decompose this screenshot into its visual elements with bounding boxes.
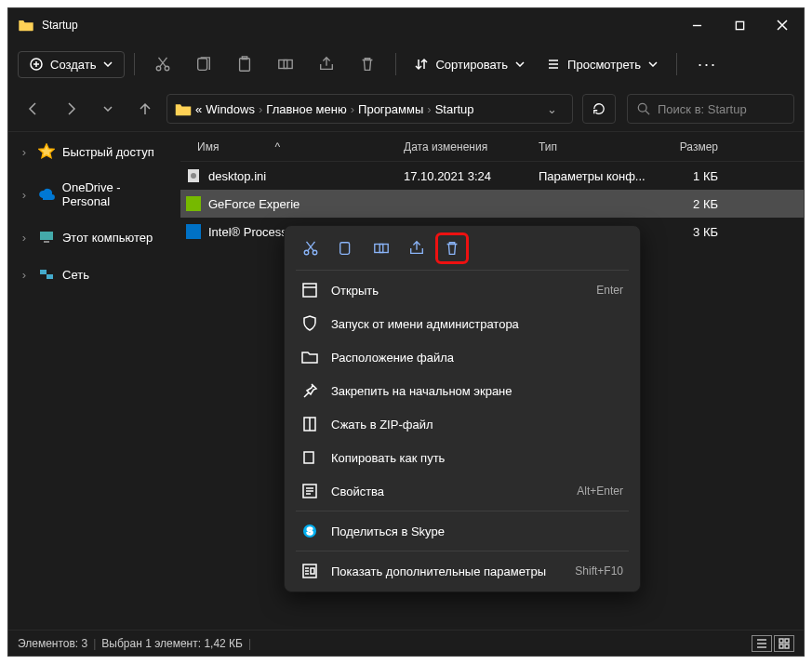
- paste-button[interactable]: [226, 47, 263, 81]
- separator: [296, 511, 629, 511]
- maximize-button[interactable]: [718, 8, 761, 42]
- context-menu: Открыть Enter Запуск от имени администра…: [284, 225, 641, 592]
- breadcrumb-part[interactable]: Главное меню: [266, 102, 346, 116]
- file-icon: [186, 224, 201, 239]
- svg-point-9: [638, 103, 646, 112]
- sidebar-label: OneDrive - Personal: [62, 180, 171, 208]
- view-label: Просмотреть: [567, 58, 641, 72]
- statusbar: Элементов: 3 | Выбран 1 элемент: 1,42 КБ…: [8, 630, 804, 656]
- column-size[interactable]: Размер: [659, 140, 729, 153]
- svg-point-15: [191, 173, 196, 179]
- chevron-down-icon: [103, 61, 113, 67]
- file-icon: [186, 196, 201, 211]
- breadcrumb-part[interactable]: Windows: [206, 102, 255, 116]
- file-row[interactable]: GeForce Experie2 КБ: [180, 190, 804, 218]
- breadcrumb[interactable]: « Windows› Главное меню› Программы› Star…: [166, 94, 573, 124]
- cut-button[interactable]: [294, 232, 327, 264]
- sort-button[interactable]: Сортировать: [406, 47, 534, 81]
- column-date[interactable]: Дата изменения: [404, 140, 539, 153]
- sidebar-item-network[interactable]: › Сеть: [8, 260, 180, 288]
- pin-icon: [301, 382, 318, 399]
- create-button[interactable]: Создать: [18, 51, 125, 78]
- cloud-icon: [38, 186, 55, 203]
- sidebar-item-quick[interactable]: › Быстрый доступ: [8, 138, 180, 166]
- column-name[interactable]: Имя^: [180, 140, 404, 153]
- menu-zip[interactable]: Сжать в ZIP-файл: [288, 407, 636, 441]
- up-button[interactable]: [129, 94, 161, 124]
- menu-properties[interactable]: Свойства Alt+Enter: [288, 474, 636, 508]
- menu-skype[interactable]: S Поделиться в Skype: [288, 514, 636, 548]
- share-button[interactable]: [400, 232, 433, 264]
- more-button[interactable]: ···: [686, 55, 728, 74]
- menu-more[interactable]: Показать дополнительные параметры Shift+…: [288, 554, 636, 588]
- details-view-button[interactable]: [752, 635, 772, 652]
- breadcrumb-part[interactable]: Программы: [358, 102, 423, 116]
- cut-button[interactable]: [144, 47, 181, 81]
- sidebar-label: Сеть: [62, 268, 89, 282]
- skype-icon: S: [301, 523, 318, 539]
- sidebar-item-thispc[interactable]: › Этот компьютер: [8, 223, 180, 251]
- file-size: 2 КБ: [659, 197, 729, 211]
- svg-rect-16: [186, 196, 201, 211]
- svg-rect-20: [779, 644, 783, 648]
- svg-rect-11: [44, 241, 49, 243]
- status-selected: Выбран 1 элемент: 1,42 КБ: [101, 637, 243, 650]
- titlebar[interactable]: Startup: [8, 8, 804, 42]
- file-name: desktop.ini: [208, 169, 266, 183]
- file-size: 1 КБ: [659, 169, 729, 183]
- file-size: 3 КБ: [659, 225, 729, 239]
- file-row[interactable]: desktop.ini17.10.2021 3:24Параметры конф…: [180, 162, 804, 190]
- sidebar-item-onedrive[interactable]: › OneDrive - Personal: [8, 175, 180, 214]
- sort-icon: [415, 58, 428, 71]
- sidebar-label: Быстрый доступ: [62, 145, 154, 159]
- rename-button[interactable]: [267, 47, 304, 81]
- view-toggles: [752, 635, 794, 652]
- large-view-button[interactable]: [774, 635, 794, 652]
- file-name: GeForce Experie: [208, 197, 300, 211]
- copy-button[interactable]: [185, 47, 222, 81]
- delete-button[interactable]: [435, 232, 469, 264]
- svg-rect-5: [240, 59, 250, 71]
- chevron-down-icon[interactable]: [92, 94, 124, 124]
- minimize-button[interactable]: [675, 8, 718, 42]
- breadcrumb-part[interactable]: Startup: [435, 102, 474, 116]
- file-name: Intel® Processo: [208, 225, 294, 239]
- menu-pin[interactable]: Закрепить на начальном экране: [288, 374, 636, 407]
- share-button[interactable]: [308, 47, 345, 81]
- forward-button[interactable]: [55, 94, 87, 124]
- svg-rect-25: [375, 245, 383, 253]
- svg-rect-27: [303, 284, 316, 297]
- window-controls: [675, 8, 804, 42]
- svg-rect-0: [736, 21, 743, 29]
- separator: [296, 551, 629, 551]
- svg-text:S: S: [307, 526, 313, 537]
- menu-copypath[interactable]: Копировать как путь: [288, 441, 636, 474]
- column-type[interactable]: Тип: [539, 140, 659, 153]
- file-date: 17.10.2021 3:24: [404, 169, 539, 183]
- file-icon: [186, 168, 201, 183]
- chevron-right-icon: ›: [18, 145, 31, 159]
- chevron-down-icon[interactable]: ⌄: [539, 102, 565, 116]
- svg-point-3: [166, 66, 170, 71]
- view-button[interactable]: Просмотреть: [538, 47, 667, 81]
- sort-arrow-icon: ^: [274, 140, 280, 153]
- menu-admin[interactable]: Запуск от имени администратора: [288, 307, 636, 340]
- menu-open[interactable]: Открыть Enter: [288, 273, 636, 307]
- menu-location[interactable]: Расположение файла: [288, 340, 636, 374]
- svg-point-23: [313, 250, 317, 255]
- divider: [134, 53, 135, 75]
- refresh-button[interactable]: [582, 94, 616, 124]
- breadcrumb-prefix: «: [195, 102, 202, 116]
- search-input[interactable]: Поиск в: Startup: [627, 94, 794, 124]
- folder-icon: [301, 349, 318, 365]
- back-button[interactable]: [18, 94, 49, 124]
- divider: [676, 53, 677, 75]
- copy-button[interactable]: [329, 232, 363, 264]
- svg-rect-12: [40, 270, 47, 274]
- delete-button[interactable]: [349, 47, 386, 81]
- folder-icon: [18, 19, 34, 32]
- search-placeholder: Поиск в: Startup: [658, 102, 747, 116]
- rename-button[interactable]: [365, 232, 398, 264]
- close-button[interactable]: [761, 8, 804, 42]
- svg-rect-18: [779, 639, 783, 643]
